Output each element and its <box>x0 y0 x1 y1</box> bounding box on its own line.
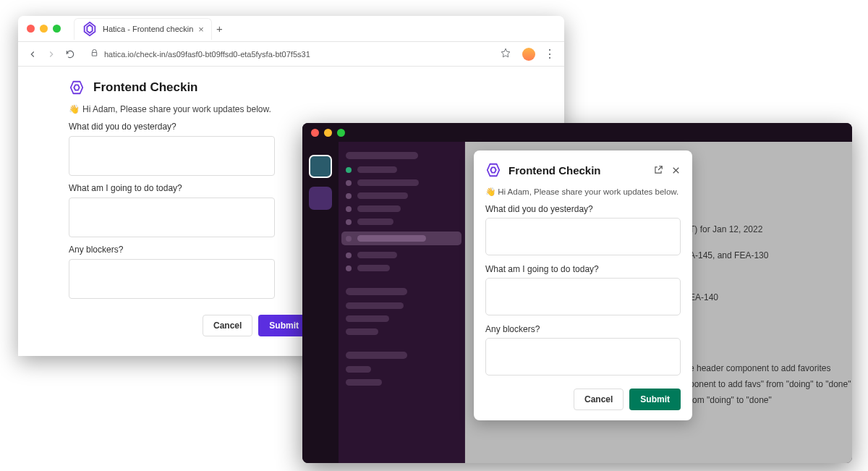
greeting-label: Hi Adam, Please share your work updates … <box>82 104 271 114</box>
sidebar-item[interactable] <box>346 328 457 335</box>
open-external-button[interactable] <box>653 165 663 175</box>
modal-cancel-button[interactable]: Cancel <box>574 389 624 410</box>
url-text: hatica.io/check-in/as09fasf0-bt09ffsd0-e… <box>104 50 310 59</box>
browser-menu-button[interactable]: ⋮ <box>544 47 556 61</box>
sidebar-item-label <box>357 179 419 186</box>
tab-close-button[interactable]: × <box>198 24 204 35</box>
sidebar-item-label <box>357 192 408 199</box>
presence-dot-icon <box>346 206 352 212</box>
presence-dot-icon <box>346 236 352 242</box>
slack-body: T) for Jan 12, 2022 A-145, and FEA-130 E… <box>302 142 852 463</box>
wave-emoji-icon: 👋 <box>485 187 495 196</box>
browser-toolbar: hatica.io/check-in/as09fasf0-bt09ffsd0-e… <box>18 42 564 67</box>
presence-dot-icon <box>346 266 352 271</box>
modal-question-2-label: What am I going to do today? <box>485 264 681 274</box>
modal-title: Frontend Checkin <box>509 164 653 177</box>
sidebar-item-label <box>346 366 371 373</box>
sidebar-item-label <box>346 315 389 322</box>
workspace-2-button[interactable] <box>309 187 332 210</box>
traffic-lights <box>311 129 345 137</box>
hatica-logo-icon <box>69 80 85 96</box>
wave-emoji-icon: 👋 <box>69 104 80 114</box>
sidebar-item[interactable] <box>346 366 457 373</box>
sidebar-item[interactable] <box>346 166 457 173</box>
bookmark-star-icon[interactable] <box>501 48 511 61</box>
sidebar-item-label <box>346 302 404 309</box>
profile-avatar[interactable] <box>522 48 535 61</box>
sidebar-item-label <box>357 252 397 258</box>
sidebar-item[interactable] <box>346 218 457 225</box>
page-title: Frontend Checkin <box>93 80 198 95</box>
hatica-logo-icon <box>485 162 501 178</box>
sidebar-item-label <box>357 205 401 212</box>
greeting-text: 👋 Hi Adam, Please share your work update… <box>69 104 514 114</box>
sidebar-item[interactable] <box>346 192 457 199</box>
workspace-1-button[interactable] <box>309 155 332 178</box>
sidebar-item-selected[interactable] <box>341 232 461 245</box>
sidebar-item[interactable] <box>346 179 457 186</box>
new-tab-button[interactable]: + <box>216 22 223 35</box>
close-modal-button[interactable] <box>671 165 681 175</box>
modal-actions <box>653 165 681 175</box>
slack-window: T) for Jan 12, 2022 A-145, and FEA-130 E… <box>302 123 852 463</box>
modal-question-3-input[interactable] <box>485 338 681 375</box>
modal-greeting: 👋 Hi Adam, Please share your work update… <box>485 187 681 197</box>
presence-dot-icon <box>346 180 352 186</box>
minimize-window-button[interactable] <box>324 129 332 137</box>
browser-tab[interactable]: Hatica - Frontend checkin × <box>74 18 212 40</box>
question-2-input[interactable] <box>69 198 275 237</box>
sidebar-placeholder <box>346 152 418 159</box>
sidebar-placeholder <box>346 288 407 295</box>
modal-question-3-label: Any blockers? <box>485 324 681 334</box>
modal-question-2-input[interactable] <box>485 278 681 315</box>
sidebar-item-label <box>357 265 390 271</box>
slack-workspace-nav <box>302 142 339 463</box>
sidebar-item[interactable] <box>346 265 457 271</box>
hatica-favicon <box>82 21 98 37</box>
sidebar-item-label <box>357 166 397 173</box>
sidebar-item[interactable] <box>346 205 457 212</box>
reload-button[interactable] <box>64 48 76 60</box>
modal-header: Frontend Checkin <box>485 162 681 178</box>
page-header: Frontend Checkin <box>69 80 514 96</box>
sidebar-item[interactable] <box>346 252 457 258</box>
checkin-modal: Frontend Checkin 👋 Hi Adam, Please share… <box>474 150 692 420</box>
question-1-input[interactable] <box>69 136 275 176</box>
slack-sidebar <box>339 142 465 463</box>
sidebar-item[interactable] <box>346 315 457 322</box>
minimize-window-button[interactable] <box>40 25 48 33</box>
tab-title: Hatica - Frontend checkin <box>103 25 193 33</box>
traffic-lights <box>27 25 61 33</box>
maximize-window-button[interactable] <box>53 25 61 33</box>
close-window-button[interactable] <box>27 25 35 33</box>
sidebar-item[interactable] <box>346 379 457 386</box>
forward-button[interactable] <box>46 48 57 60</box>
modal-submit-button[interactable]: Submit <box>629 389 681 410</box>
presence-dot-icon <box>346 253 352 258</box>
presence-dot-icon <box>346 193 352 199</box>
sidebar-item-label <box>346 328 378 335</box>
sidebar-placeholder <box>346 352 407 359</box>
back-button[interactable] <box>27 48 38 60</box>
modal-question-1-label: What did you do yesterday? <box>485 204 681 214</box>
sidebar-item-label <box>357 235 426 242</box>
slack-titlebar <box>302 123 852 142</box>
sidebar-item-label <box>357 218 393 225</box>
modal-footer-actions: Cancel Submit <box>485 389 681 410</box>
maximize-window-button[interactable] <box>337 129 345 137</box>
question-3-input[interactable] <box>69 259 275 299</box>
sidebar-item-label <box>346 379 382 386</box>
modal-greeting-text: Hi Adam, Please share your work updates … <box>498 187 678 196</box>
slack-main: T) for Jan 12, 2022 A-145, and FEA-130 E… <box>465 142 852 463</box>
cancel-button[interactable]: Cancel <box>203 315 252 336</box>
modal-question-1-input[interactable] <box>485 218 681 255</box>
close-window-button[interactable] <box>311 129 319 137</box>
presence-dot-icon <box>346 167 352 173</box>
lock-icon <box>90 49 98 59</box>
browser-tab-bar: Hatica - Frontend checkin × + <box>18 16 564 42</box>
address-bar[interactable]: hatica.io/check-in/as09fasf0-bt09ffsd0-e… <box>83 46 489 63</box>
presence-dot-icon <box>346 219 352 225</box>
sidebar-item[interactable] <box>346 302 457 309</box>
